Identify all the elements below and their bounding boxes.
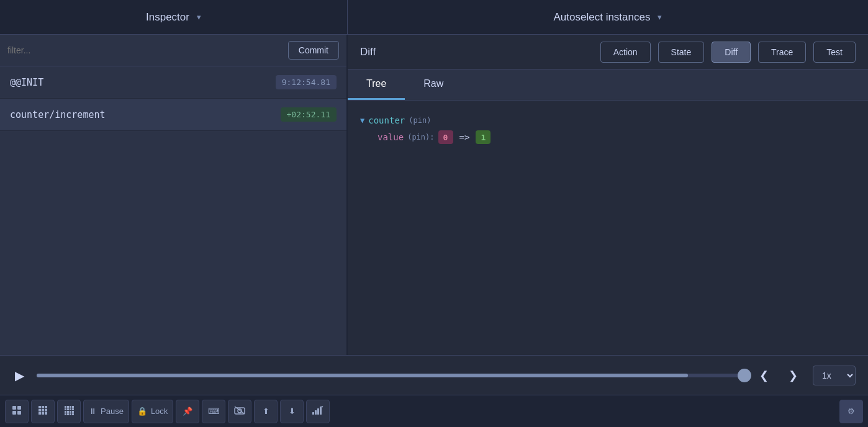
pin-icon: 📌 bbox=[183, 407, 192, 416]
next-button[interactable]: ❯ bbox=[784, 366, 803, 385]
svg-rect-3 bbox=[17, 411, 21, 415]
grid-small-button[interactable] bbox=[5, 400, 29, 423]
counter-pin-label: (pin) bbox=[409, 116, 431, 125]
svg-rect-15 bbox=[70, 406, 71, 408]
bottom-toolbar: ⏸ Pause 🔒 Lock 📌 ⌨ ⬆ ⬇ bbox=[0, 395, 868, 427]
action-time-increment: +02:52.11 bbox=[281, 107, 337, 122]
subtab-tree[interactable]: Tree bbox=[348, 70, 405, 100]
grid-medium-icon bbox=[38, 405, 48, 417]
tab-trace[interactable]: Trace bbox=[758, 42, 806, 63]
prev-button[interactable]: ❮ bbox=[754, 366, 774, 385]
svg-rect-21 bbox=[65, 411, 66, 413]
speed-select[interactable]: 1x 2x 0.5x bbox=[813, 366, 856, 385]
counter-key: counter bbox=[368, 115, 405, 125]
svg-rect-20 bbox=[72, 408, 74, 410]
download-button[interactable]: ⬇ bbox=[280, 400, 304, 423]
main-area: Commit @@INIT 9:12:54.81 counter/increme… bbox=[0, 35, 868, 355]
playback-bar: ▶ ❮ ❯ 1x 2x 0.5x bbox=[0, 355, 868, 395]
svg-rect-14 bbox=[67, 406, 69, 408]
svg-rect-35 bbox=[320, 407, 322, 415]
svg-rect-32 bbox=[312, 412, 314, 415]
diff-counter-row: ▼ counter (pin) bbox=[360, 115, 856, 125]
svg-rect-8 bbox=[42, 409, 44, 411]
upload-icon: ⬆ bbox=[263, 407, 269, 416]
tab-action[interactable]: Action bbox=[600, 42, 651, 63]
filter-input[interactable] bbox=[7, 43, 283, 58]
value-pin-label: (pin): bbox=[407, 133, 434, 142]
diff-value-row: value (pin): 0 => 1 bbox=[377, 130, 856, 144]
download-icon: ⬇ bbox=[289, 407, 296, 416]
commit-button[interactable]: Commit bbox=[288, 41, 339, 60]
upload-button[interactable]: ⬆ bbox=[254, 400, 278, 423]
tab-state[interactable]: State bbox=[658, 42, 705, 63]
autoselect-section: Autoselect instances ▾ bbox=[348, 11, 868, 24]
svg-rect-18 bbox=[67, 408, 69, 410]
svg-rect-9 bbox=[45, 409, 47, 411]
svg-rect-25 bbox=[65, 413, 66, 415]
camera-off-button[interactable] bbox=[228, 400, 251, 423]
sub-tabs: Tree Raw bbox=[348, 70, 868, 101]
play-button[interactable]: ▶ bbox=[12, 366, 27, 385]
lock-button[interactable]: 🔒 Lock bbox=[132, 400, 173, 423]
inspector-dropdown-icon[interactable]: ▾ bbox=[197, 12, 201, 22]
value-key: value bbox=[377, 132, 404, 142]
arrow-symbol: => bbox=[459, 132, 470, 142]
action-list: @@INIT 9:12:54.81 counter/increment +02:… bbox=[0, 66, 346, 355]
svg-rect-34 bbox=[317, 408, 319, 415]
lock-label: Lock bbox=[151, 407, 168, 416]
autoselect-dropdown-icon[interactable]: ▾ bbox=[658, 12, 662, 22]
svg-rect-6 bbox=[45, 406, 47, 408]
svg-rect-7 bbox=[38, 409, 41, 411]
lock-icon: 🔒 bbox=[137, 407, 147, 416]
tab-diff[interactable]: Diff bbox=[712, 42, 751, 63]
svg-rect-22 bbox=[67, 411, 69, 413]
progress-thumb[interactable] bbox=[738, 369, 751, 382]
svg-rect-4 bbox=[38, 406, 41, 408]
svg-rect-10 bbox=[38, 412, 41, 415]
action-item-init[interactable]: @@INIT 9:12:54.81 bbox=[0, 66, 346, 99]
top-header: Inspector ▾ Autoselect instances ▾ bbox=[0, 0, 868, 35]
svg-rect-2 bbox=[12, 411, 16, 415]
svg-rect-27 bbox=[70, 413, 71, 415]
pause-label: Pause bbox=[101, 407, 124, 416]
pause-button[interactable]: ⏸ Pause bbox=[83, 400, 129, 423]
old-value-badge: 0 bbox=[438, 130, 453, 144]
svg-rect-13 bbox=[65, 406, 66, 408]
camera-off-icon bbox=[234, 406, 245, 416]
signal-button[interactable] bbox=[306, 400, 330, 423]
svg-rect-23 bbox=[70, 411, 71, 413]
progress-track[interactable] bbox=[37, 374, 744, 377]
filter-bar: Commit bbox=[0, 35, 346, 66]
left-panel: Commit @@INIT 9:12:54.81 counter/increme… bbox=[0, 35, 348, 355]
svg-rect-1 bbox=[17, 406, 21, 410]
tab-test[interactable]: Test bbox=[813, 42, 856, 63]
progress-fill bbox=[37, 374, 688, 377]
svg-rect-28 bbox=[72, 413, 74, 415]
svg-rect-33 bbox=[315, 410, 317, 415]
grid-small-icon bbox=[12, 405, 22, 417]
grid-large-button[interactable] bbox=[57, 400, 81, 423]
svg-rect-19 bbox=[70, 408, 71, 410]
right-panel: Diff Action State Diff Trace Test Tree R… bbox=[348, 35, 868, 355]
svg-rect-0 bbox=[12, 406, 16, 410]
action-time-init: 9:12:54.81 bbox=[276, 75, 337, 89]
svg-rect-26 bbox=[67, 413, 69, 415]
pin-button[interactable]: 📌 bbox=[176, 400, 199, 423]
keyboard-button[interactable]: ⌨ bbox=[202, 400, 225, 423]
svg-rect-5 bbox=[42, 406, 44, 408]
diff-title: Diff bbox=[360, 46, 376, 58]
autoselect-title: Autoselect instances bbox=[554, 11, 651, 24]
chevron-down-icon: ▼ bbox=[360, 116, 364, 125]
grid-large-icon bbox=[64, 405, 74, 417]
svg-rect-11 bbox=[42, 412, 44, 415]
new-value-badge: 1 bbox=[476, 130, 491, 144]
pause-icon: ⏸ bbox=[89, 407, 97, 416]
keyboard-icon: ⌨ bbox=[208, 407, 220, 416]
diff-content: ▼ counter (pin) value (pin): 0 => 1 bbox=[348, 101, 868, 355]
settings-button[interactable]: ⚙ bbox=[839, 400, 863, 423]
action-name-init: @@INIT bbox=[10, 77, 43, 88]
subtab-raw[interactable]: Raw bbox=[405, 70, 462, 100]
grid-medium-button[interactable] bbox=[31, 400, 55, 423]
right-header: Diff Action State Diff Trace Test bbox=[348, 35, 868, 70]
action-item-increment[interactable]: counter/increment +02:52.11 bbox=[0, 99, 346, 131]
